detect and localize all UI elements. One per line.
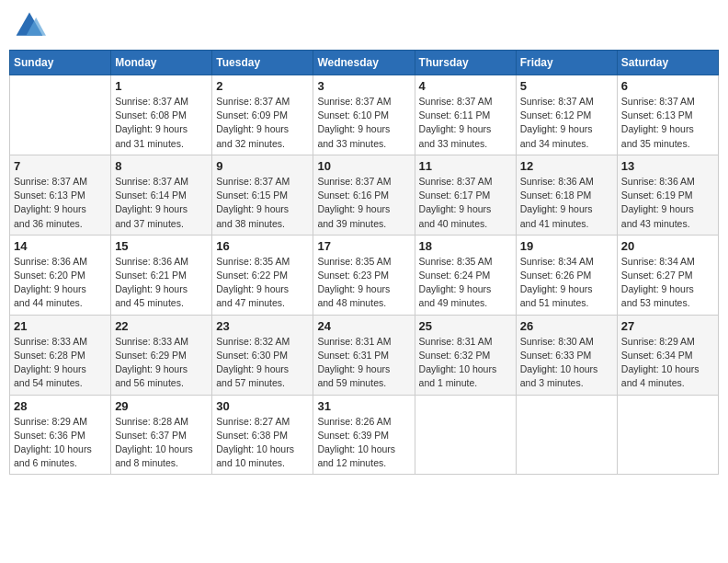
calendar-cell: 9Sunrise: 8:37 AMSunset: 6:15 PMDaylight…: [212, 155, 313, 235]
calendar-cell: 17Sunrise: 8:35 AMSunset: 6:23 PMDayligh…: [313, 235, 415, 315]
day-info: Sunrise: 8:37 AMSunset: 6:11 PMDaylight:…: [419, 95, 512, 151]
calendar-cell: 29Sunrise: 8:28 AMSunset: 6:37 PMDayligh…: [111, 395, 212, 475]
day-info: Sunrise: 8:27 AMSunset: 6:38 PMDaylight:…: [216, 415, 309, 471]
calendar-cell: 6Sunrise: 8:37 AMSunset: 6:13 PMDaylight…: [617, 75, 718, 155]
day-number: 8: [115, 159, 208, 173]
day-info: Sunrise: 8:36 AMSunset: 6:21 PMDaylight:…: [115, 255, 208, 311]
calendar-cell: 1Sunrise: 8:37 AMSunset: 6:08 PMDaylight…: [111, 75, 212, 155]
day-number: 3: [317, 79, 410, 93]
day-number: 18: [419, 239, 512, 253]
calendar-cell: 16Sunrise: 8:35 AMSunset: 6:22 PMDayligh…: [212, 235, 313, 315]
day-number: 4: [419, 79, 512, 93]
day-number: 27: [621, 319, 714, 333]
calendar-cell: 19Sunrise: 8:34 AMSunset: 6:26 PMDayligh…: [516, 235, 617, 315]
calendar-cell: 25Sunrise: 8:31 AMSunset: 6:32 PMDayligh…: [415, 315, 516, 395]
day-info: Sunrise: 8:28 AMSunset: 6:37 PMDaylight:…: [115, 415, 208, 471]
day-info: Sunrise: 8:32 AMSunset: 6:30 PMDaylight:…: [216, 335, 309, 391]
calendar-cell: 3Sunrise: 8:37 AMSunset: 6:10 PMDaylight…: [313, 75, 415, 155]
day-number: 21: [14, 319, 107, 333]
day-info: Sunrise: 8:33 AMSunset: 6:28 PMDaylight:…: [14, 335, 107, 391]
calendar-week-row: 1Sunrise: 8:37 AMSunset: 6:08 PMDaylight…: [10, 75, 719, 155]
day-info: Sunrise: 8:37 AMSunset: 6:13 PMDaylight:…: [14, 175, 107, 231]
calendar-cell: 7Sunrise: 8:37 AMSunset: 6:13 PMDaylight…: [10, 155, 111, 235]
calendar-cell: 22Sunrise: 8:33 AMSunset: 6:29 PMDayligh…: [111, 315, 212, 395]
calendar-cell: 26Sunrise: 8:30 AMSunset: 6:33 PMDayligh…: [516, 315, 617, 395]
day-number: 23: [216, 319, 309, 333]
day-info: Sunrise: 8:34 AMSunset: 6:26 PMDaylight:…: [520, 255, 613, 311]
page-header: [9, 9, 719, 42]
day-of-week-header: Tuesday: [212, 51, 313, 75]
day-info: Sunrise: 8:37 AMSunset: 6:16 PMDaylight:…: [317, 175, 410, 231]
calendar-cell: 27Sunrise: 8:29 AMSunset: 6:34 PMDayligh…: [617, 315, 718, 395]
day-number: 7: [14, 159, 107, 173]
day-info: Sunrise: 8:37 AMSunset: 6:09 PMDaylight:…: [216, 95, 309, 151]
day-number: 17: [317, 239, 410, 253]
day-number: 1: [115, 79, 208, 93]
calendar-cell: 12Sunrise: 8:36 AMSunset: 6:18 PMDayligh…: [516, 155, 617, 235]
day-number: 24: [317, 319, 410, 333]
day-of-week-header: Saturday: [617, 51, 718, 75]
calendar-cell: 23Sunrise: 8:32 AMSunset: 6:30 PMDayligh…: [212, 315, 313, 395]
day-info: Sunrise: 8:37 AMSunset: 6:10 PMDaylight:…: [317, 95, 410, 151]
calendar-cell: 21Sunrise: 8:33 AMSunset: 6:28 PMDayligh…: [10, 315, 111, 395]
calendar-cell: 11Sunrise: 8:37 AMSunset: 6:17 PMDayligh…: [415, 155, 516, 235]
day-number: 5: [520, 79, 613, 93]
day-info: Sunrise: 8:30 AMSunset: 6:33 PMDaylight:…: [520, 335, 613, 391]
day-info: Sunrise: 8:37 AMSunset: 6:17 PMDaylight:…: [419, 175, 512, 231]
calendar-cell: 5Sunrise: 8:37 AMSunset: 6:12 PMDaylight…: [516, 75, 617, 155]
calendar-table: SundayMondayTuesdayWednesdayThursdayFrid…: [9, 50, 719, 475]
calendar-week-row: 14Sunrise: 8:36 AMSunset: 6:20 PMDayligh…: [10, 235, 719, 315]
day-number: 22: [115, 319, 208, 333]
day-number: 10: [317, 159, 410, 173]
day-number: 14: [14, 239, 107, 253]
day-info: Sunrise: 8:37 AMSunset: 6:08 PMDaylight:…: [115, 95, 208, 151]
calendar-cell: 31Sunrise: 8:26 AMSunset: 6:39 PMDayligh…: [313, 395, 415, 475]
day-info: Sunrise: 8:37 AMSunset: 6:14 PMDaylight:…: [115, 175, 208, 231]
day-info: Sunrise: 8:29 AMSunset: 6:36 PMDaylight:…: [14, 415, 107, 471]
calendar-cell: [617, 395, 718, 475]
day-number: 13: [621, 159, 714, 173]
day-number: 6: [621, 79, 714, 93]
calendar-cell: 18Sunrise: 8:35 AMSunset: 6:24 PMDayligh…: [415, 235, 516, 315]
calendar-week-row: 28Sunrise: 8:29 AMSunset: 6:36 PMDayligh…: [10, 395, 719, 475]
calendar-cell: 28Sunrise: 8:29 AMSunset: 6:36 PMDayligh…: [10, 395, 111, 475]
day-number: 19: [520, 239, 613, 253]
day-number: 9: [216, 159, 309, 173]
calendar-cell: 24Sunrise: 8:31 AMSunset: 6:31 PMDayligh…: [313, 315, 415, 395]
calendar-cell: 4Sunrise: 8:37 AMSunset: 6:11 PMDaylight…: [415, 75, 516, 155]
day-info: Sunrise: 8:26 AMSunset: 6:39 PMDaylight:…: [317, 415, 410, 471]
day-number: 30: [216, 399, 309, 413]
day-number: 28: [14, 399, 107, 413]
day-info: Sunrise: 8:36 AMSunset: 6:20 PMDaylight:…: [14, 255, 107, 311]
day-info: Sunrise: 8:37 AMSunset: 6:12 PMDaylight:…: [520, 95, 613, 151]
logo-icon: [13, 9, 46, 42]
day-of-week-header: Friday: [516, 51, 617, 75]
day-info: Sunrise: 8:35 AMSunset: 6:23 PMDaylight:…: [317, 255, 410, 311]
day-number: 29: [115, 399, 208, 413]
day-number: 15: [115, 239, 208, 253]
day-number: 25: [419, 319, 512, 333]
day-number: 20: [621, 239, 714, 253]
day-of-week-header: Thursday: [415, 51, 516, 75]
calendar-week-row: 21Sunrise: 8:33 AMSunset: 6:28 PMDayligh…: [10, 315, 719, 395]
day-number: 12: [520, 159, 613, 173]
calendar-cell: 20Sunrise: 8:34 AMSunset: 6:27 PMDayligh…: [617, 235, 718, 315]
day-of-week-header: Wednesday: [313, 51, 415, 75]
day-info: Sunrise: 8:36 AMSunset: 6:18 PMDaylight:…: [520, 175, 613, 231]
day-info: Sunrise: 8:31 AMSunset: 6:31 PMDaylight:…: [317, 335, 410, 391]
calendar-cell: [516, 395, 617, 475]
day-info: Sunrise: 8:31 AMSunset: 6:32 PMDaylight:…: [419, 335, 512, 391]
calendar-cell: 14Sunrise: 8:36 AMSunset: 6:20 PMDayligh…: [10, 235, 111, 315]
day-info: Sunrise: 8:36 AMSunset: 6:19 PMDaylight:…: [621, 175, 714, 231]
calendar-cell: 30Sunrise: 8:27 AMSunset: 6:38 PMDayligh…: [212, 395, 313, 475]
calendar-week-row: 7Sunrise: 8:37 AMSunset: 6:13 PMDaylight…: [10, 155, 719, 235]
day-info: Sunrise: 8:29 AMSunset: 6:34 PMDaylight:…: [621, 335, 714, 391]
day-info: Sunrise: 8:35 AMSunset: 6:22 PMDaylight:…: [216, 255, 309, 311]
day-info: Sunrise: 8:37 AMSunset: 6:13 PMDaylight:…: [621, 95, 714, 151]
calendar-cell: 13Sunrise: 8:36 AMSunset: 6:19 PMDayligh…: [617, 155, 718, 235]
calendar-cell: 8Sunrise: 8:37 AMSunset: 6:14 PMDaylight…: [111, 155, 212, 235]
calendar-cell: 10Sunrise: 8:37 AMSunset: 6:16 PMDayligh…: [313, 155, 415, 235]
day-info: Sunrise: 8:35 AMSunset: 6:24 PMDaylight:…: [419, 255, 512, 311]
day-of-week-header: Monday: [111, 51, 212, 75]
calendar-cell: 15Sunrise: 8:36 AMSunset: 6:21 PMDayligh…: [111, 235, 212, 315]
